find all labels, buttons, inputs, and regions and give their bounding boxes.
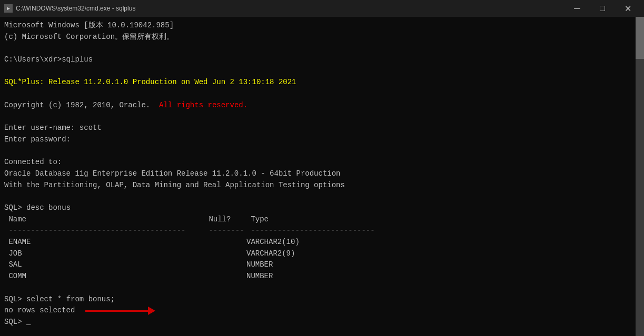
line-oracle-options: With the Partitioning, OLAP, Data Mining… [4, 181, 345, 189]
arrow-head [148, 307, 155, 315]
scrollbar-thumb[interactable] [636, 17, 644, 59]
console-final: SQL> _ [4, 317, 640, 328]
maximize-button[interactable]: □ [590, 0, 615, 17]
scrollbar-track[interactable] [636, 17, 644, 336]
line-copyright-highlight: All rights reserved. [159, 101, 247, 109]
line-sqlplus-cmd: C:\Users\xdr>sqlplus [4, 55, 93, 64]
cmd-window: ▶ C:\WINDOWS\system32\cmd.exe - sqlplus … [0, 0, 644, 336]
line-select-cmd: SQL> select * from bonus; [4, 295, 115, 303]
arrow-annotation [85, 307, 155, 315]
console-text: Microsoft Windows [版本 10.0.19042.985] (c… [4, 20, 640, 305]
no-rows-text: no rows selected [4, 305, 75, 317]
close-button[interactable]: ✕ [616, 0, 640, 17]
arrow-shaft [85, 310, 148, 312]
line-connected: Connected to: [4, 158, 62, 166]
console-output[interactable]: Microsoft Windows [版本 10.0.19042.985] (c… [0, 17, 644, 336]
line-windows-version: Microsoft Windows [版本 10.0.19042.985] [4, 21, 174, 29]
no-rows-row: no rows selected [4, 305, 640, 317]
line-col-separator: ----------------------------------------… [4, 226, 375, 235]
line-desc-cmd: SQL> desc bonus [4, 203, 71, 212]
window-controls: ─ □ ✕ [565, 0, 640, 17]
title-bar: ▶ C:\WINDOWS\system32\cmd.exe - sqlplus … [0, 0, 644, 17]
line-oracle-db: Oracle Database 11g Enterprise Edition R… [4, 169, 341, 178]
line-col-headers: NameNull?Type [4, 215, 269, 223]
line-enter-password: Enter password: [4, 135, 71, 144]
minimize-button[interactable]: ─ [565, 0, 589, 17]
line-final-prompt: SQL> _ [4, 318, 31, 326]
title-bar-text: C:\WINDOWS\system32\cmd.exe - sqlplus [16, 5, 565, 12]
line-row-sal: SALNUMBER [4, 260, 273, 269]
line-row-ename: ENAMEVARCHAR2(10) [4, 238, 300, 246]
line-row-job: JOBVARCHAR2(9) [4, 249, 295, 258]
line-row-comm: COMMNUMBER [4, 272, 273, 280]
line-sqlplus-version: SQL*Plus: Release 11.2.0.1.0 Production … [4, 78, 296, 86]
line-microsoft-corp: (c) Microsoft Corporation。保留所有权利。 [4, 33, 174, 41]
window-icon: ▶ [4, 4, 13, 13]
line-enter-username: Enter user-name: scott [4, 124, 102, 132]
line-copyright-pre: Copyright (c) 1982, 2010, Oracle. [4, 101, 159, 109]
